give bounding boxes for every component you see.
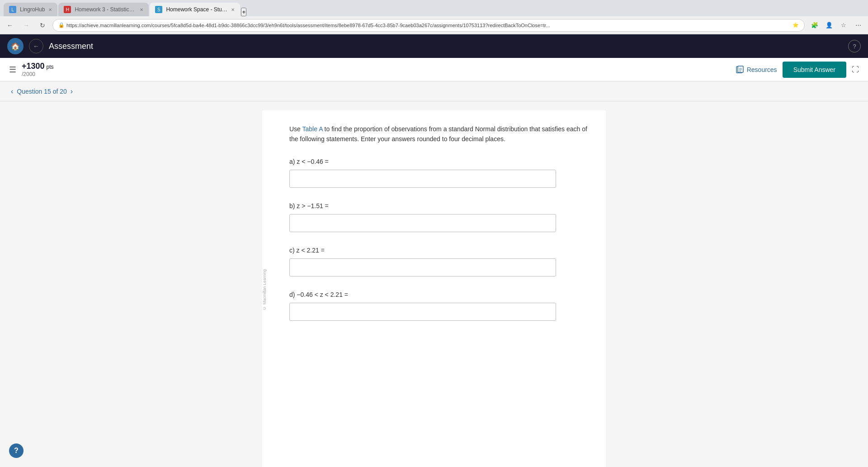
answer-input-d[interactable] [289, 303, 556, 321]
browser-toolbar-icons: 🧩 👤 ☆ ⋯ [808, 19, 864, 32]
tab-homework3[interactable]: H Homework 3 - Statistical Metho... ✕ [58, 3, 149, 16]
home-button[interactable]: 🏠 [7, 38, 24, 54]
question-card: © Macmillan Learning Use Table A to find… [262, 110, 606, 467]
tab-studyx[interactable]: S Homework Space - StudyX ✕ [150, 3, 240, 16]
answer-input-b[interactable] [289, 214, 556, 232]
fullscreen-button[interactable]: ⛶ [852, 66, 859, 74]
answer-label-d: d) −0.46 < z < 2.21 = [289, 291, 588, 298]
question-label: Question 15 of 20 [17, 88, 67, 95]
answer-label-b: b) z > −1.51 = [289, 202, 588, 210]
resources-button[interactable]: Resources [736, 66, 777, 74]
nav-forward-button[interactable]: → [20, 19, 33, 32]
tab-title-studyx: Homework Space - StudyX [166, 6, 227, 13]
tab-favicon-homework3: H [64, 6, 71, 13]
add-tab-button[interactable]: + [241, 8, 246, 16]
answer-section-c: c) z < 2.21 = [280, 247, 588, 276]
answer-section-d: d) −0.46 < z < 2.21 = [280, 291, 588, 321]
url-text: https://achieve.macmillanlearning.com/co… [66, 23, 791, 28]
tab-favicon-lingro: L [9, 6, 16, 13]
next-question-button[interactable]: › [71, 87, 73, 95]
points-total: /2000 [22, 71, 736, 77]
browser-chrome: L LingroHub ✕ H Homework 3 - Statistical… [0, 0, 868, 34]
main-content: © Macmillan Learning Use Table A to find… [0, 101, 868, 467]
settings-icon[interactable]: ⋯ [852, 19, 864, 32]
watermark: © Macmillan Learning [262, 124, 271, 455]
app-title: Assessment [49, 42, 843, 51]
browser-tabs: L LingroHub ✕ H Homework 3 - Statistical… [0, 0, 868, 16]
assessment-toolbar: ☰ +1300 pts /2000 Resources Submit Answe… [0, 58, 868, 81]
table-a-link[interactable]: Table A [302, 125, 323, 133]
tab-close-lingro[interactable]: ✕ [48, 7, 52, 12]
tab-favicon-studyx: S [155, 6, 162, 13]
header-help-button[interactable]: ? [848, 40, 861, 52]
instruction-suffix: to find the proportion of observations f… [289, 125, 587, 143]
toolbar-actions: Resources Submit Answer ⛶ [736, 62, 859, 78]
points-container: +1300 pts /2000 [22, 62, 736, 77]
nav-back-button[interactable]: ← [4, 19, 16, 32]
answer-label-a: a) z < −0.46 = [289, 158, 588, 165]
tab-title-homework3: Homework 3 - Statistical Metho... [75, 6, 136, 13]
tab-close-homework3[interactable]: ✕ [140, 7, 143, 12]
answer-section-b: b) z > −1.51 = [280, 202, 588, 232]
instruction-prefix: Use [289, 125, 302, 133]
hamburger-menu[interactable]: ☰ [9, 65, 16, 75]
tab-close-studyx[interactable]: ✕ [231, 7, 235, 12]
resources-label: Resources [747, 66, 777, 73]
points-value: +1300 [22, 62, 45, 71]
browser-toolbar: ← → ↻ 🔒 https://achieve.macmillanlearnin… [0, 16, 868, 34]
extensions-icon[interactable]: 🧩 [808, 19, 821, 32]
bookmark-icon[interactable]: ☆ [837, 19, 850, 32]
submit-answer-button[interactable]: Submit Answer [783, 62, 846, 78]
prev-question-button[interactable]: ‹ [11, 87, 13, 95]
tab-lingro[interactable]: L LingroHub ✕ [4, 3, 57, 16]
help-bubble-button[interactable]: ? [9, 443, 24, 458]
question-instruction: Use Table A to find the proportion of ob… [280, 124, 588, 144]
svg-rect-1 [738, 66, 743, 72]
points-suffix: pts [46, 64, 53, 70]
question-navigation: ‹ Question 15 of 20 › [0, 81, 868, 101]
answer-input-c[interactable] [289, 258, 556, 276]
profile-icon[interactable]: 👤 [823, 19, 835, 32]
app-header: 🏠 ← Assessment ? [0, 34, 868, 58]
nav-reload-button[interactable]: ↻ [36, 19, 49, 32]
watermark-text: © Macmillan Learning [262, 269, 267, 310]
address-bar[interactable]: 🔒 https://achieve.macmillanlearning.com/… [52, 19, 805, 32]
answer-section-a: a) z < −0.46 = [280, 158, 588, 188]
back-button[interactable]: ← [29, 39, 43, 53]
tab-title-lingro: LingroHub [20, 6, 45, 13]
resources-icon [736, 66, 744, 74]
answer-input-a[interactable] [289, 170, 556, 188]
answer-label-c: c) z < 2.21 = [289, 247, 588, 254]
